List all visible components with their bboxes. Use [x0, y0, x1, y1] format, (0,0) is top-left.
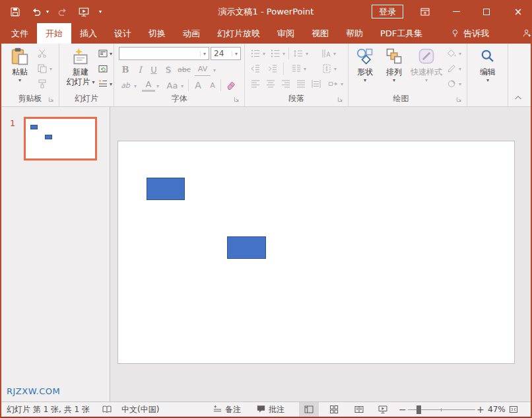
- section-icon[interactable]: [96, 77, 110, 90]
- line-spacing-icon[interactable]: [292, 47, 305, 60]
- drawing-dialog-launcher-icon[interactable]: [455, 96, 463, 104]
- zoom-in-icon[interactable]: +: [477, 402, 484, 417]
- tab-share[interactable]: 共享: [514, 23, 532, 44]
- zoom-percentage[interactable]: 47%: [488, 402, 506, 417]
- quick-styles-button[interactable]: 快速样式 ▾: [409, 45, 444, 83]
- tab-animations[interactable]: 动画: [174, 23, 209, 44]
- increase-indent-icon[interactable]: [266, 62, 279, 75]
- reading-view-icon[interactable]: [349, 402, 369, 417]
- language-status[interactable]: 中文(中国): [121, 402, 159, 417]
- zoom-out-icon[interactable]: −: [399, 402, 407, 417]
- smartart-dropdown-icon[interactable]: ▾: [341, 81, 343, 87]
- tab-tell-me[interactable]: 告诉我: [442, 23, 498, 44]
- text-highlight-dropdown-icon[interactable]: ▾: [134, 83, 137, 89]
- italic-button[interactable]: I: [133, 63, 147, 76]
- shape-effects-dropdown-icon[interactable]: ▾: [459, 81, 461, 87]
- maximize-button[interactable]: [475, 0, 498, 23]
- tab-design[interactable]: 设计: [106, 23, 140, 44]
- justify-icon[interactable]: [294, 77, 308, 90]
- shape-fill-dropdown-icon[interactable]: ▾: [459, 51, 461, 57]
- text-direction-icon[interactable]: [319, 47, 333, 60]
- clipboard-dialog-launcher-icon[interactable]: [48, 96, 55, 104]
- cut-icon[interactable]: [36, 47, 49, 60]
- text-direction-dropdown-icon[interactable]: ▾: [333, 51, 336, 57]
- comments-icon[interactable]: [256, 404, 267, 415]
- clear-formatting-icon[interactable]: [224, 79, 238, 92]
- align-text-dropdown-icon[interactable]: ▾: [334, 66, 337, 72]
- tab-transitions[interactable]: 切换: [140, 23, 174, 44]
- layout-dropdown-icon[interactable]: ▾: [110, 51, 112, 57]
- line-spacing-dropdown-icon[interactable]: ▾: [306, 51, 308, 57]
- align-center-icon[interactable]: [264, 77, 277, 90]
- slide-canvas[interactable]: [117, 141, 515, 364]
- tab-slideshow[interactable]: 幻灯片放映: [209, 23, 269, 44]
- bold-button[interactable]: B: [119, 63, 132, 76]
- new-slide-button[interactable]: 新建 幻灯片 ▾: [63, 45, 98, 87]
- collapse-ribbon-icon[interactable]: [514, 93, 524, 102]
- font-size-combobox[interactable]: 24 ▾: [211, 47, 241, 60]
- character-spacing-button[interactable]: AV: [195, 63, 211, 76]
- normal-view-icon[interactable]: [299, 402, 319, 417]
- paragraph-dialog-launcher-icon[interactable]: [337, 96, 345, 104]
- align-text-icon[interactable]: [320, 62, 333, 75]
- reset-slide-icon[interactable]: [96, 62, 110, 75]
- shape-outline-icon[interactable]: [445, 62, 458, 75]
- ribbon-display-options-icon[interactable]: [414, 0, 436, 23]
- paste-button[interactable]: 粘贴 ▾: [5, 45, 34, 83]
- font-color-button[interactable]: A: [142, 79, 155, 92]
- editing-button[interactable]: 编辑 ▾: [474, 45, 502, 83]
- copy-icon[interactable]: [36, 62, 49, 75]
- notes-icon[interactable]: [213, 404, 223, 415]
- tab-file[interactable]: 文件: [3, 23, 37, 44]
- shrink-font-button[interactable]: A: [206, 79, 219, 92]
- align-left-icon[interactable]: [249, 77, 262, 90]
- shape-effects-icon[interactable]: [445, 77, 458, 90]
- font-name-combobox[interactable]: ▾: [119, 47, 209, 60]
- decrease-indent-icon[interactable]: [249, 62, 262, 75]
- minimize-button[interactable]: [445, 0, 467, 23]
- grow-font-button[interactable]: A: [191, 79, 205, 92]
- align-right-icon[interactable]: [279, 77, 292, 90]
- blue-rectangle-shape-2[interactable]: [227, 236, 266, 259]
- shape-fill-icon[interactable]: [445, 47, 458, 60]
- tab-help[interactable]: 帮助: [337, 23, 372, 44]
- login-button[interactable]: 登录: [372, 5, 403, 18]
- strikethrough-button[interactable]: abc: [175, 63, 193, 76]
- copy-dropdown-icon[interactable]: ▾: [50, 66, 52, 72]
- bullets-dropdown-icon[interactable]: ▾: [263, 51, 265, 57]
- tab-pdf-tools[interactable]: PDF工具集: [372, 23, 431, 44]
- tab-view[interactable]: 视图: [303, 23, 337, 44]
- notes-button[interactable]: 备注: [225, 402, 241, 417]
- change-case-button[interactable]: Aa: [164, 79, 180, 92]
- numbering-icon[interactable]: [269, 47, 282, 60]
- shapes-button[interactable]: 形状 ▾: [351, 45, 379, 83]
- arrange-button[interactable]: 排列 ▾: [380, 45, 408, 83]
- convert-to-smartart-icon[interactable]: [327, 77, 340, 90]
- text-highlight-button[interactable]: ab: [118, 79, 133, 92]
- format-painter-icon[interactable]: [36, 77, 49, 90]
- underline-button[interactable]: U: [147, 63, 160, 76]
- change-case-dropdown-icon[interactable]: ▾: [181, 83, 183, 89]
- font-color-dropdown-icon[interactable]: ▾: [156, 83, 159, 89]
- columns-dropdown-icon[interactable]: ▾: [304, 66, 306, 72]
- tab-review[interactable]: 审阅: [269, 23, 303, 44]
- spell-check-icon[interactable]: [102, 404, 112, 415]
- close-button[interactable]: ×: [507, 0, 529, 23]
- character-spacing-dropdown-icon[interactable]: ▾: [213, 67, 216, 73]
- shape-outline-dropdown-icon[interactable]: ▾: [459, 66, 461, 72]
- comments-button[interactable]: 批注: [269, 402, 284, 417]
- section-dropdown-icon[interactable]: ▾: [110, 81, 112, 87]
- tab-home[interactable]: 开始: [37, 23, 71, 44]
- zoom-slider-handle[interactable]: [416, 405, 421, 414]
- slide-sorter-view-icon[interactable]: [324, 402, 344, 417]
- bullets-icon[interactable]: [249, 47, 262, 60]
- distribute-text-icon[interactable]: [310, 77, 323, 90]
- slideshow-view-icon[interactable]: [373, 402, 393, 417]
- blue-rectangle-shape-1[interactable]: [147, 178, 185, 200]
- slide-thumbnail[interactable]: [24, 117, 97, 160]
- text-shadow-button[interactable]: S: [162, 63, 175, 76]
- font-dialog-launcher-icon[interactable]: [233, 96, 241, 104]
- slide-layout-icon[interactable]: [96, 47, 110, 60]
- tab-insert[interactable]: 插入: [71, 23, 106, 44]
- numbering-dropdown-icon[interactable]: ▾: [283, 51, 285, 57]
